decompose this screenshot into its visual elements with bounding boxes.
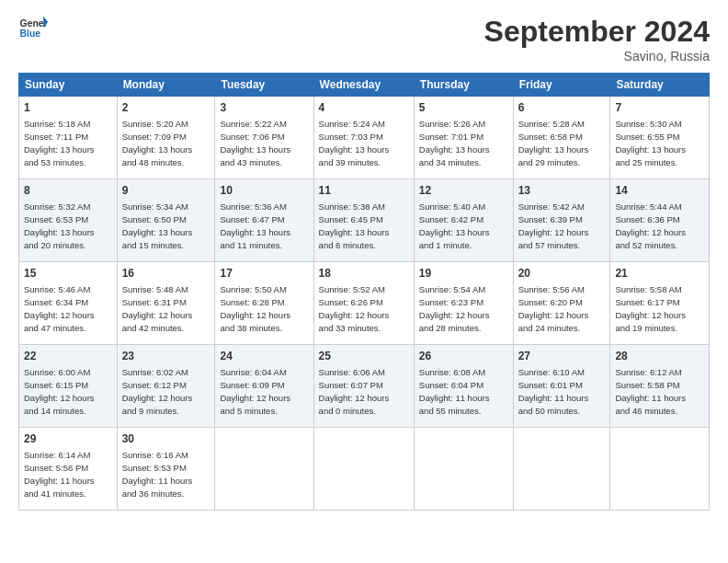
header-saturday: Saturday — [610, 74, 710, 97]
calendar: Sunday Monday Tuesday Wednesday Thursday… — [18, 73, 710, 511]
day-27: 27Sunrise: 6:10 AMSunset: 6:01 PMDayligh… — [513, 345, 610, 428]
empty-cell — [414, 428, 513, 511]
day-22: 22Sunrise: 6:00 AMSunset: 6:15 PMDayligh… — [19, 345, 118, 428]
header-monday: Monday — [117, 74, 215, 97]
day-9: 9Sunrise: 5:34 AMSunset: 6:50 PMDaylight… — [117, 179, 215, 262]
day-12: 12Sunrise: 5:40 AMSunset: 6:42 PMDayligh… — [414, 179, 513, 262]
empty-cell — [313, 428, 414, 511]
empty-cell — [215, 428, 313, 511]
day-10: 10Sunrise: 5:36 AMSunset: 6:47 PMDayligh… — [215, 179, 313, 262]
day-16: 16Sunrise: 5:48 AMSunset: 6:31 PMDayligh… — [117, 262, 215, 345]
header-tuesday: Tuesday — [215, 74, 313, 97]
day-8: 8Sunrise: 5:32 AMSunset: 6:53 PMDaylight… — [19, 179, 118, 262]
day-15: 15Sunrise: 5:46 AMSunset: 6:34 PMDayligh… — [19, 262, 118, 345]
day-28: 28Sunrise: 6:12 AMSunset: 5:58 PMDayligh… — [610, 345, 710, 428]
day-23: 23Sunrise: 6:02 AMSunset: 6:12 PMDayligh… — [117, 345, 215, 428]
logo-icon: General Blue — [18, 15, 48, 40]
month-title: September 2024 — [484, 15, 710, 49]
empty-cell — [610, 428, 710, 511]
weekday-header-row: Sunday Monday Tuesday Wednesday Thursday… — [19, 74, 710, 97]
day-24: 24Sunrise: 6:04 AMSunset: 6:09 PMDayligh… — [215, 345, 313, 428]
day-30: 30Sunrise: 6:16 AMSunset: 5:53 PMDayligh… — [117, 428, 215, 511]
day-11: 11Sunrise: 5:38 AMSunset: 6:45 PMDayligh… — [313, 179, 414, 262]
day-6: 6Sunrise: 5:28 AMSunset: 6:58 PMDaylight… — [513, 97, 610, 179]
day-14: 14Sunrise: 5:44 AMSunset: 6:36 PMDayligh… — [610, 179, 710, 262]
day-7: 7Sunrise: 5:30 AMSunset: 6:55 PMDaylight… — [610, 97, 710, 179]
day-5: 5Sunrise: 5:26 AMSunset: 7:01 PMDaylight… — [414, 97, 513, 179]
header-thursday: Thursday — [414, 74, 513, 97]
day-13: 13Sunrise: 5:42 AMSunset: 6:39 PMDayligh… — [513, 179, 610, 262]
day-3: 3Sunrise: 5:22 AMSunset: 7:06 PMDaylight… — [215, 97, 313, 179]
header-sunday: Sunday — [19, 74, 118, 97]
day-4: 4Sunrise: 5:24 AMSunset: 7:03 PMDaylight… — [313, 97, 414, 179]
day-2: 2Sunrise: 5:20 AMSunset: 7:09 PMDaylight… — [117, 97, 215, 179]
empty-cell — [513, 428, 610, 511]
header: General Blue September 2024 Savino, Russ… — [18, 15, 710, 63]
day-20: 20Sunrise: 5:56 AMSunset: 6:20 PMDayligh… — [513, 262, 610, 345]
page: General Blue September 2024 Savino, Russ… — [0, 0, 728, 563]
title-area: September 2024 Savino, Russia — [484, 15, 710, 63]
day-18: 18Sunrise: 5:52 AMSunset: 6:26 PMDayligh… — [313, 262, 414, 345]
day-17: 17Sunrise: 5:50 AMSunset: 6:28 PMDayligh… — [215, 262, 313, 345]
day-29: 29Sunrise: 6:14 AMSunset: 5:56 PMDayligh… — [19, 428, 118, 511]
logo: General Blue — [18, 15, 48, 40]
day-1: 1Sunrise: 5:18 AMSunset: 7:11 PMDaylight… — [19, 97, 118, 179]
svg-text:Blue: Blue — [20, 29, 41, 39]
header-friday: Friday — [513, 74, 610, 97]
day-25: 25Sunrise: 6:06 AMSunset: 6:07 PMDayligh… — [313, 345, 414, 428]
day-26: 26Sunrise: 6:08 AMSunset: 6:04 PMDayligh… — [414, 345, 513, 428]
location: Savino, Russia — [484, 49, 710, 63]
day-19: 19Sunrise: 5:54 AMSunset: 6:23 PMDayligh… — [414, 262, 513, 345]
header-wednesday: Wednesday — [313, 74, 414, 97]
day-21: 21Sunrise: 5:58 AMSunset: 6:17 PMDayligh… — [610, 262, 710, 345]
